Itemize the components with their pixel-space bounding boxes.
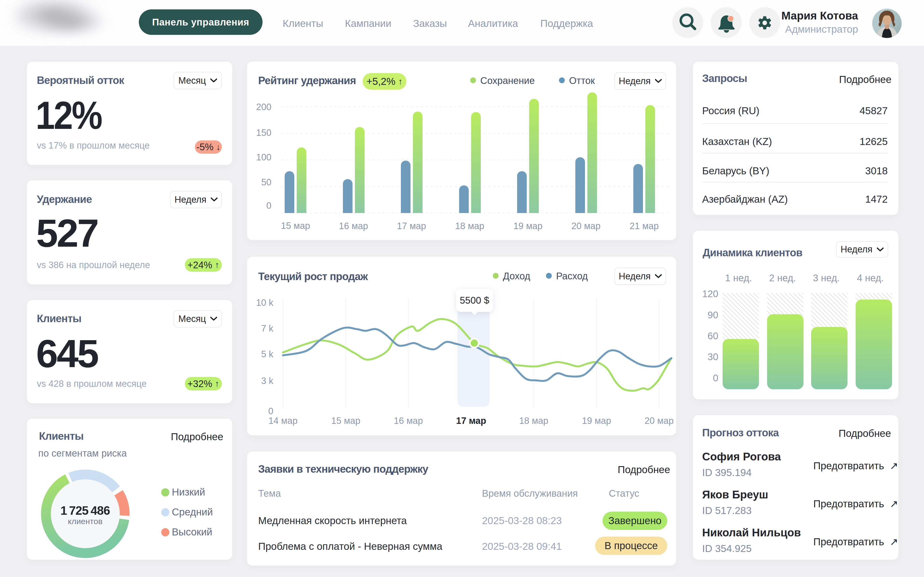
svg-text:5 k: 5 k [261,349,274,359]
svg-text:18 мар: 18 мар [455,221,484,231]
svg-text:17 мар: 17 мар [397,221,426,231]
svg-text:4 нед.: 4 нед. [857,272,884,283]
svg-text:10 k: 10 k [256,298,274,308]
svg-text:18 мар: 18 мар [519,416,548,426]
svg-text:19 мар: 19 мар [582,416,611,426]
svg-text:16 мар: 16 мар [339,221,368,231]
svg-text:14 мар: 14 мар [268,416,297,426]
svg-text:21 мар: 21 мар [630,221,659,231]
svg-text:0: 0 [268,406,273,416]
svg-text:0: 0 [267,200,271,211]
svg-text:3 k: 3 k [261,376,274,386]
svg-text:1 нед.: 1 нед. [725,272,752,283]
svg-text:50: 50 [261,177,271,187]
svg-text:0: 0 [713,372,718,383]
svg-text:90: 90 [708,309,719,320]
svg-text:150: 150 [256,128,271,138]
svg-text:2 нед.: 2 нед. [769,272,796,283]
svg-text:20 мар: 20 мар [571,221,600,231]
svg-text:100: 100 [256,152,271,162]
svg-text:60: 60 [708,330,719,341]
svg-text:16 мар: 16 мар [394,416,423,426]
svg-text:200: 200 [256,102,271,112]
svg-text:3 нед.: 3 нед. [813,272,840,283]
svg-text:15 мар: 15 мар [331,416,360,426]
svg-text:7 k: 7 k [261,323,274,334]
svg-text:20 мар: 20 мар [645,416,674,426]
svg-text:120: 120 [702,288,718,299]
svg-text:15 мар: 15 мар [281,221,310,231]
svg-text:19 мар: 19 мар [513,221,542,231]
svg-text:5500 $: 5500 $ [460,295,489,306]
svg-text:30: 30 [708,351,719,362]
svg-text:17 мар: 17 мар [456,416,486,426]
